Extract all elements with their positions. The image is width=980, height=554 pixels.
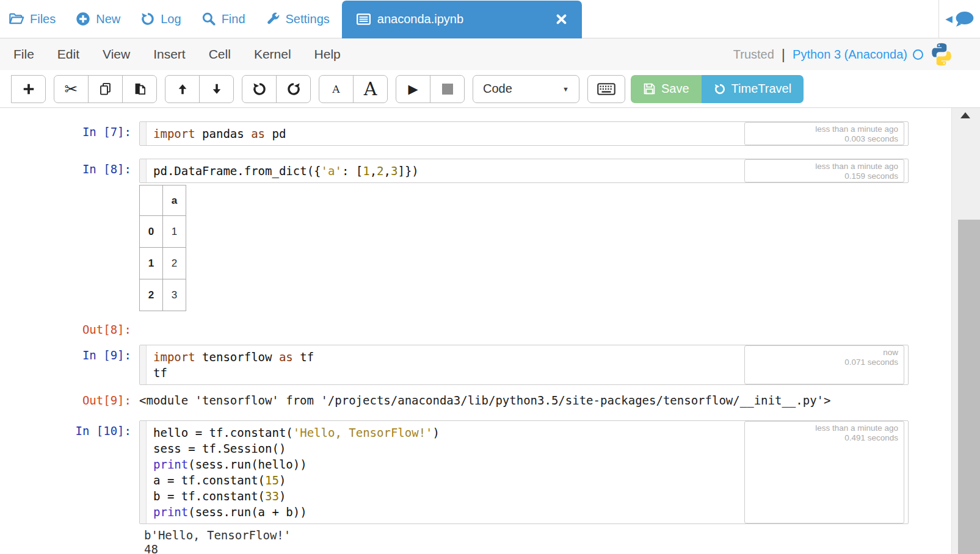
settings-label: Settings (286, 12, 330, 26)
code-cell-in10[interactable]: hello = tf.constant('Hello, TensorFlow!'… (139, 420, 909, 524)
code-cell-in8[interactable]: pd.DataFrame.from_dict({'a': [1,2,3]}) l… (139, 159, 909, 183)
timetravel-button[interactable]: TimeTravel (702, 75, 804, 103)
plus-icon (22, 82, 35, 96)
insert-cell-button[interactable] (11, 75, 46, 103)
code-in8[interactable]: pd.DataFrame.from_dict({'a': [1,2,3]}) (147, 159, 419, 182)
top-tab-bar: Files New Log (0, 0, 980, 38)
python-logo-icon (929, 41, 954, 67)
notebook-icon (357, 13, 371, 25)
notebook-area: In [7]: import pandas as pd less than a … (0, 108, 980, 554)
df-corner-cell (140, 185, 163, 216)
kernel-area: Trusted | Python 3 (Anaconda) (733, 41, 954, 67)
paste-icon (132, 82, 147, 96)
menu-file[interactable]: File (0, 47, 46, 62)
code-in10[interactable]: hello = tf.constant('Hello, TensorFlow!'… (147, 421, 440, 523)
prompt-in7: In [7]: (0, 121, 139, 146)
save-label: Save (661, 82, 689, 96)
redo-button[interactable] (276, 75, 311, 103)
arrow-up-icon (176, 82, 189, 96)
search-icon (201, 12, 216, 26)
code-cell-in7[interactable]: import pandas as pd less than a minute a… (139, 121, 909, 146)
run-cell-button[interactable]: ▶ (396, 75, 430, 103)
dataframe-output: a 011223 (139, 185, 186, 311)
module-output: <module 'tensorflow' from '/projects/ana… (139, 390, 830, 407)
move-cell-down-button[interactable] (199, 75, 234, 103)
prompt-in8: In [8]: (0, 159, 139, 183)
undo-button[interactable] (242, 75, 277, 103)
menu-insert[interactable]: Insert (142, 47, 197, 62)
font-size-up-button[interactable]: A (353, 75, 388, 103)
menu-cell[interactable]: Cell (197, 47, 242, 62)
log-label: Log (161, 12, 181, 26)
stdout-output: b'Hello, TensorFlow!'48 (139, 528, 291, 554)
menu-view[interactable]: View (91, 47, 142, 62)
app: Files New Log (0, 0, 980, 554)
gutter-spacer (0, 528, 139, 554)
timestamp-in9: now 0.071 seconds (744, 345, 904, 384)
paste-button[interactable] (122, 75, 157, 103)
scrollbar-track[interactable] (951, 108, 980, 554)
code-in9[interactable]: import tensorflow as tftf (147, 345, 314, 384)
find-button[interactable]: Find (201, 12, 245, 26)
kernel-name[interactable]: Python 3 (Anaconda) (793, 48, 907, 62)
new-label: New (96, 12, 120, 26)
chat-button[interactable]: ◀ (939, 10, 980, 28)
cell-gutter (140, 122, 147, 145)
collapse-left-icon: ◀ (945, 13, 953, 24)
settings-button[interactable]: Settings (266, 12, 330, 26)
new-button[interactable]: New (76, 12, 120, 26)
history-icon (140, 12, 155, 26)
dataframe-table: a 011223 (139, 185, 186, 311)
letter-a-large-icon: A (364, 78, 377, 99)
cell-gutter (140, 345, 147, 384)
prompt-out8: Out[8]: (0, 319, 139, 336)
timetravel-label: TimeTravel (731, 82, 792, 96)
save-button[interactable]: Save (631, 75, 702, 103)
kernel-status-icon (913, 49, 923, 60)
font-size-down-button[interactable]: A (319, 75, 354, 103)
copy-button[interactable] (88, 75, 123, 103)
timestamp-in7: less than a minute ago 0.003 seconds (744, 122, 904, 145)
df-col-header: a (163, 185, 186, 216)
prompt-in9: In [9]: (0, 345, 139, 385)
play-icon: ▶ (408, 82, 418, 96)
cell-type-value: Code (483, 82, 512, 96)
menu-kernel[interactable]: Kernel (242, 47, 303, 62)
keyboard-shortcuts-button[interactable] (587, 75, 625, 103)
cell-type-dropdown[interactable]: Code ▼ (473, 75, 579, 103)
menu-bar: File Edit View Insert Cell Kernel Help T… (0, 38, 980, 70)
tab-anaconda-ipynb[interactable]: anaconda.ipynb (342, 1, 582, 38)
cut-button[interactable]: ✂ (54, 75, 89, 103)
code-cell-in9[interactable]: import tensorflow as tftf now 0.071 seco… (139, 345, 909, 385)
files-label: Files (30, 12, 56, 26)
keyboard-icon (597, 83, 615, 95)
find-label: Find (222, 12, 245, 26)
move-cell-up-button[interactable] (165, 75, 200, 103)
close-icon[interactable] (556, 13, 567, 25)
scissors-icon: ✂ (65, 80, 78, 98)
stop-button[interactable] (430, 75, 465, 103)
files-button[interactable]: Files (9, 12, 56, 26)
scroll-up-arrow-icon[interactable] (960, 112, 970, 118)
undo-icon (252, 82, 267, 96)
tabbar-right: ◀ (938, 0, 980, 38)
menu-help[interactable]: Help (303, 47, 352, 62)
folder-open-icon (9, 12, 24, 26)
trusted-separator: | (782, 46, 785, 63)
menu-edit[interactable]: Edit (46, 47, 91, 62)
scrollbar-thumb[interactable] (958, 220, 980, 554)
floppy-icon (643, 82, 656, 95)
code-in7[interactable]: import pandas as pd (147, 122, 286, 145)
stop-icon (442, 84, 453, 95)
redo-icon (286, 82, 301, 96)
timestamp-in10: less than a minute ago 0.491 seconds (744, 421, 904, 523)
prompt-in10: In [10]: (0, 420, 139, 524)
notebook-toolbar: ✂ (0, 70, 980, 108)
tab-title: anaconda.ipynb (377, 12, 556, 26)
prompt-out9: Out[9]: (0, 390, 139, 407)
wrench-icon (266, 12, 280, 26)
trusted-badge: Trusted (733, 48, 774, 62)
log-button[interactable]: Log (140, 12, 181, 26)
dropdown-caret-icon: ▼ (562, 85, 569, 93)
plus-circle-icon (76, 12, 90, 26)
